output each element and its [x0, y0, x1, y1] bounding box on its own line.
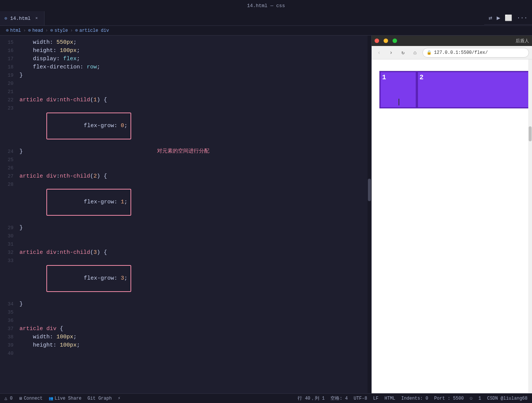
indent-spaces: 空格: 4	[330, 395, 348, 402]
connect-status[interactable]: 🖥 Connect	[19, 396, 43, 401]
reload-button[interactable]: ↻	[399, 48, 408, 57]
annotation-text: 对元素的空间进行分配	[157, 148, 209, 154]
code-line: 26	[0, 164, 371, 172]
lightning-status[interactable]: ⚡	[118, 396, 120, 401]
notification-badge[interactable]: 1	[479, 396, 481, 401]
browser-user-label: 后盾人	[516, 38, 529, 44]
code-line-flex-grow-0: 23 flex-grow: 0;	[0, 104, 371, 148]
window-close-button[interactable]	[375, 39, 379, 43]
browser-panel: 后盾人 ‹ › ↻ ⌂ 🔒 127.0.0.1:5500/flex/ 1 2	[371, 36, 532, 393]
line-ending: LF	[373, 396, 378, 401]
code-line: 17 display: flex;	[0, 55, 371, 63]
scrollbar-thumb[interactable]	[368, 179, 371, 201]
code-line: 34 }	[0, 300, 371, 308]
breadcrumb-style[interactable]: ⊙ style	[50, 28, 68, 33]
code-editor[interactable]: 15 width: 550px; 16 height: 100px; 17 di…	[0, 36, 371, 393]
live-share-status[interactable]: 👥 Live Share	[49, 396, 82, 401]
flex-box-2: 2	[417, 71, 532, 108]
home-button[interactable]: ⌂	[410, 48, 419, 57]
code-line: 40	[0, 350, 371, 358]
breadcrumb: ⊙ html › ⊙ head › ⊙ style › ⊙ article di…	[0, 26, 532, 36]
annotation-box-3: flex-grow: 3;	[46, 265, 131, 292]
watermark: CSDN @liulang68	[487, 396, 528, 401]
code-line: 35	[0, 308, 371, 317]
code-line: 16 height: 100px;	[0, 47, 371, 55]
split-editor-icon[interactable]: ⇄	[489, 14, 492, 22]
code-line: 22 article div:nth-child(1) {	[0, 96, 371, 104]
tab-label: 14.html	[10, 16, 31, 21]
lock-icon: 🔒	[427, 50, 432, 55]
run-icon[interactable]: ▶	[497, 14, 501, 22]
code-line: 37 article div {	[0, 325, 371, 333]
code-line: 20	[0, 80, 371, 88]
window-minimize-button[interactable]	[384, 39, 388, 43]
cursor-position: 行 40，列 1	[298, 395, 325, 402]
title-text: 14.html — css	[247, 3, 285, 9]
encoding: UTF-8	[354, 396, 367, 401]
git-graph-status[interactable]: Git Graph	[87, 396, 112, 401]
browser-scrollbar-thumb[interactable]	[529, 126, 532, 141]
port-status[interactable]: Port : 5500	[434, 396, 464, 401]
scrollbar-track[interactable]	[368, 36, 371, 393]
browser-title-bar: 后盾人	[372, 36, 532, 46]
language: HTML	[385, 396, 396, 401]
main-area: 15 width: 550px; 16 height: 100px; 17 di…	[0, 36, 532, 393]
code-line: 30	[0, 232, 371, 240]
breadcrumb-html[interactable]: ⊙ html	[6, 28, 21, 33]
browser-toolbar: ‹ › ↻ ⌂ 🔒 127.0.0.1:5500/flex/	[372, 46, 532, 59]
close-tab-button[interactable]: ×	[34, 15, 40, 21]
emoji-button[interactable]: ☺	[470, 396, 473, 401]
code-line: 39 height: 100px;	[0, 341, 371, 350]
code-line: 19 }	[0, 71, 371, 80]
title-bar: 14.html — css	[0, 0, 532, 11]
breadcrumb-article-div[interactable]: ⊙ article div	[75, 28, 109, 33]
code-line: 31	[0, 240, 371, 249]
code-line: 38 width: 100px;	[0, 333, 371, 341]
cursor	[399, 99, 403, 105]
editor-tab[interactable]: ⊙ 14.html ×	[0, 11, 44, 25]
breadcrumb-head[interactable]: ⊙ head	[28, 28, 43, 33]
code-line: 25	[0, 156, 371, 164]
code-line: 15 width: 550px;	[0, 39, 371, 47]
flex-box-1: 1	[379, 71, 417, 108]
annotation-box-1: flex-grow: 0;	[46, 113, 131, 139]
code-line: 36	[0, 317, 371, 325]
code-line: 32 article div:nth-child(3) {	[0, 249, 371, 257]
code-line: 18 flex-direction: row;	[0, 63, 371, 71]
code-line-flex-grow-1: 28 flex-grow: 1;	[0, 181, 371, 224]
preview-area: 1 2	[372, 59, 532, 393]
status-bar: △ 0 🖥 Connect 👥 Live Share Git Graph ⚡ 行…	[0, 393, 532, 403]
code-line: 27 article div:nth-child(2) {	[0, 172, 371, 181]
indent-setting: Indents: 0	[401, 396, 428, 401]
url-bar[interactable]: 🔒 127.0.0.1:5500/flex/	[422, 48, 529, 58]
back-button[interactable]: ‹	[375, 48, 384, 57]
code-line: 21	[0, 88, 371, 96]
code-line-flex-grow-3: 33 flex-grow: 3;	[0, 257, 371, 300]
forward-button[interactable]: ›	[387, 48, 396, 57]
browser-scrollbar[interactable]	[528, 59, 532, 393]
layout-icon[interactable]: ⬜	[505, 14, 512, 22]
error-count: △ 0	[4, 396, 13, 401]
annotation-box-2: flex-grow: 1;	[46, 189, 131, 216]
code-line: 29 }	[0, 224, 371, 232]
more-icon[interactable]: ···	[517, 15, 528, 21]
url-text: 127.0.0.1:5500/flex/	[434, 50, 488, 55]
window-maximize-button[interactable]	[393, 39, 397, 43]
editor-toolbar: ⇄ ▶ ⬜ ···	[484, 11, 532, 25]
